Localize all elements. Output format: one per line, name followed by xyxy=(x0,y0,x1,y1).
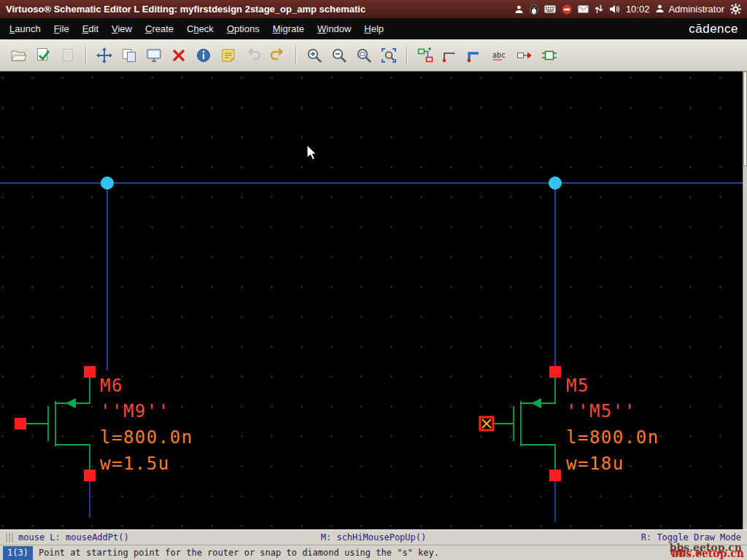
crossed-pin-marker[interactable] xyxy=(480,417,493,430)
transistor-m5[interactable] xyxy=(493,378,555,470)
properties-button[interactable] xyxy=(192,44,215,67)
zoom-selected-button[interactable] xyxy=(352,44,376,67)
menu-check[interactable]: Check xyxy=(180,18,220,39)
keyboard-icon[interactable] xyxy=(544,5,556,13)
user-menu[interactable]: Administrator xyxy=(655,4,724,15)
menu-help[interactable]: Help xyxy=(357,18,390,39)
copy-button[interactable] xyxy=(117,44,141,67)
menubar-items: LaunchFileEditViewCreateCheckOptionsMigr… xyxy=(0,18,390,39)
m5-model-label[interactable]: ''M5'' xyxy=(566,401,636,421)
menu-launch[interactable]: Launch xyxy=(3,18,47,39)
pin-button[interactable] xyxy=(513,44,536,67)
mouse-left-binding: mouse L: mouseAddPt() xyxy=(18,532,129,542)
zoom-out-button[interactable] xyxy=(328,44,351,67)
undo-button[interactable] xyxy=(241,44,265,67)
wire-narrow-button[interactable] xyxy=(438,44,462,67)
resize-grip-icon xyxy=(6,533,13,542)
m5-arrow xyxy=(531,398,541,408)
m6-length-label[interactable]: l=800.0n xyxy=(100,427,193,448)
clock[interactable]: 10:02 xyxy=(626,4,650,15)
note-button[interactable] xyxy=(217,44,240,67)
mail-icon[interactable] xyxy=(578,5,589,13)
statusbar: mouse L: mouseAddPt() M: schHiMousePopUp… xyxy=(0,529,747,545)
vertical-scrollbar-thumb[interactable] xyxy=(743,71,747,166)
toolbar-separator xyxy=(295,46,297,65)
display-button[interactable] xyxy=(142,44,166,67)
menu-create[interactable]: Create xyxy=(139,18,180,39)
mouse-cursor xyxy=(307,145,316,160)
schematic-canvas[interactable]: M6 ''M9'' l=800.0n w=1.5u M5 ''M5'' l=80… xyxy=(0,71,747,529)
user-name: Administrator xyxy=(668,4,724,15)
m6-arrow xyxy=(66,398,76,408)
m6-model-label[interactable]: ''M9'' xyxy=(100,401,170,421)
window-title: Virtuoso® Schematic Editor L Editing: my… xyxy=(6,4,365,15)
m6-name-label[interactable]: M6 xyxy=(100,376,123,396)
menu-window[interactable]: Window xyxy=(311,18,357,39)
menu-migrate[interactable]: Migrate xyxy=(266,18,311,39)
save-button[interactable] xyxy=(56,44,80,67)
selection-counter: 1(3) xyxy=(3,546,33,560)
menu-options[interactable]: Options xyxy=(220,18,266,39)
menubar: LaunchFileEditViewCreateCheckOptionsMigr… xyxy=(0,18,747,39)
watermark: bbs.eetop.cn xyxy=(672,548,744,559)
delete-button[interactable] xyxy=(167,44,190,67)
titlebar: Virtuoso® Schematic Editor L Editing: my… xyxy=(0,0,747,18)
svg-text:abc: abc xyxy=(492,51,506,59)
volume-icon[interactable] xyxy=(609,4,620,14)
m5-length-label[interactable]: l=800.0n xyxy=(566,427,659,448)
wire-wide-button[interactable] xyxy=(463,44,487,67)
user-icon[interactable] xyxy=(514,4,524,14)
m6-width-label[interactable]: w=1.5u xyxy=(100,454,170,474)
m5-name-label[interactable]: M5 xyxy=(566,376,589,396)
toolbar-separator xyxy=(406,46,408,65)
mouse-middle-binding: M: schHiMousePopUp() xyxy=(321,532,427,542)
open-button[interactable] xyxy=(7,44,30,67)
redo-button[interactable] xyxy=(266,44,290,67)
cadence-logo: cādence xyxy=(689,22,747,36)
vertical-scrollbar[interactable] xyxy=(743,71,747,529)
mouse-right-binding: R: Toggle Draw Mode xyxy=(641,532,741,542)
updown-icon[interactable] xyxy=(595,4,603,14)
menu-edit[interactable]: Edit xyxy=(76,18,105,39)
zoom-in-button[interactable] xyxy=(303,44,326,67)
menu-file[interactable]: File xyxy=(47,18,76,39)
block-button[interactable] xyxy=(538,44,561,67)
dnd-icon[interactable] xyxy=(562,4,572,15)
zoom-fit-button[interactable] xyxy=(377,44,400,67)
toolbar: abc xyxy=(0,39,747,71)
instance-button[interactable] xyxy=(414,44,437,67)
check-and-save-button[interactable] xyxy=(31,44,55,67)
system-tray xyxy=(514,4,620,15)
transistor-m6[interactable] xyxy=(26,378,90,470)
menu-view[interactable]: View xyxy=(105,18,139,39)
toolbar-separator xyxy=(85,46,87,65)
label-button[interactable]: abc xyxy=(488,44,511,67)
move-button[interactable] xyxy=(93,44,116,67)
user-icon xyxy=(655,4,665,15)
penguin-icon[interactable] xyxy=(530,4,538,15)
prompt-message: Point at starting point for the router o… xyxy=(39,548,439,558)
promptbar: 1(3) Point at starting point for the rou… xyxy=(0,545,747,560)
m5-width-label[interactable]: w=18u xyxy=(566,454,624,474)
settings-gear-icon[interactable] xyxy=(730,4,741,15)
